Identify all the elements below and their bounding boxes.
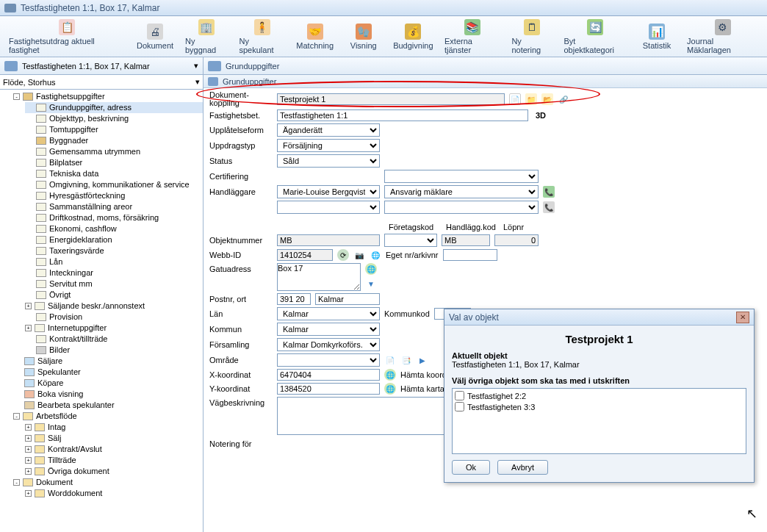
kommun-select[interactable]: Kalmar	[277, 323, 380, 336]
handlaggare-select[interactable]: Marie-Louise Bergqvist	[277, 185, 380, 198]
tree-item[interactable]: Servitut mm	[25, 278, 203, 290]
chevron-down-icon[interactable]: ▾	[195, 77, 200, 87]
page-icon[interactable]: 📄	[384, 354, 396, 366]
toolbar-statistik[interactable]: 📊Statistik	[633, 22, 681, 51]
toolbar-fastighetsutdrag-aktuell-fastighet[interactable]: 📋Fastighetsutdrag aktuell fastighet	[3, 18, 131, 56]
globe-icon[interactable]: 🌐	[384, 383, 396, 395]
tree-item[interactable]: Taxeringsvärde	[25, 245, 203, 256]
tree-item[interactable]: Bilplatser	[25, 157, 203, 168]
ort-input[interactable]	[315, 293, 380, 305]
ykoord-input[interactable]	[277, 383, 380, 395]
globe-icon[interactable]: 🌐	[370, 249, 381, 261]
ansvarig-select[interactable]: Ansvarig mäklare	[384, 185, 539, 198]
tree-item[interactable]: Driftkostnad, moms, försäkring	[25, 212, 203, 223]
expand-icon[interactable]: -	[13, 413, 20, 420]
tree-item[interactable]: +Kontrakt/Avslut	[25, 444, 203, 455]
expand-icon[interactable]: -	[13, 93, 20, 100]
checkbox[interactable]	[455, 391, 464, 400]
tree-item[interactable]: -Arbetsflöde	[13, 411, 203, 422]
expand-icon[interactable]: +	[25, 435, 32, 442]
hamta-karta-link[interactable]: Hämta karta	[400, 384, 444, 393]
expand-icon[interactable]: +	[25, 468, 32, 475]
xkoord-input[interactable]	[277, 369, 380, 381]
checklist-item[interactable]: Testfastighet 2:2	[455, 391, 743, 400]
page-icon[interactable]: 📄	[509, 93, 521, 105]
tree-item[interactable]: Grunduppgifter, adress	[25, 102, 203, 113]
tree-item[interactable]: +Intag	[25, 422, 203, 433]
tree-item[interactable]: Ekonomi, cashflow	[25, 223, 203, 234]
tree-item[interactable]: Bilder	[25, 345, 203, 356]
tree-item[interactable]: Tomtuppgifter	[25, 124, 203, 135]
expand-icon[interactable]: -	[13, 479, 20, 486]
tree-item[interactable]: +Säljande beskr./annonstext	[25, 301, 203, 312]
toolbar-externa-tj-nster[interactable]: 📚Externa tjänster	[439, 18, 505, 56]
expand-icon[interactable]: +	[25, 325, 32, 331]
flow-combo-input[interactable]	[3, 78, 195, 87]
expand-icon[interactable]: +	[25, 303, 32, 309]
expand-icon[interactable]: +	[25, 457, 32, 464]
tree-item[interactable]: Gemensamma utrymmen	[25, 146, 203, 157]
handlaggkod-input[interactable]	[442, 234, 490, 246]
pages-icon[interactable]: 📑	[400, 354, 412, 366]
toolbar-budgivning[interactable]: 💰Budgivning	[388, 22, 439, 51]
upplatelseform-select[interactable]: Äganderätt	[277, 123, 380, 137]
fastighetsbet-input[interactable]	[277, 109, 528, 121]
tree-item[interactable]: Kontrakt/tillträde	[25, 334, 203, 345]
tree-item[interactable]: Spekulanter	[13, 367, 203, 378]
tree-item[interactable]: Byggnader	[25, 135, 203, 146]
globe-icon[interactable]: 🌐	[365, 263, 377, 275]
postnr-input[interactable]	[277, 293, 311, 305]
tree-item[interactable]: +Övriga dokument	[25, 466, 203, 477]
certifiering-select[interactable]	[384, 170, 539, 183]
gatuadress-input[interactable]: Box 17	[277, 263, 361, 291]
expand-icon[interactable]: +	[25, 424, 32, 431]
camera-icon[interactable]: 📷	[353, 249, 365, 261]
forsamling-select[interactable]: Kalmar Domkyrkoförs.	[277, 338, 380, 351]
chevron-down-icon[interactable]: ▼	[365, 278, 377, 290]
unlink-icon[interactable]: 🔗	[558, 93, 569, 105]
tree-item[interactable]: Övrigt	[25, 290, 203, 301]
ansvarig2-select[interactable]	[384, 201, 539, 214]
tree-item[interactable]: -Dokument	[13, 477, 203, 488]
flow-combo[interactable]: ▾	[0, 75, 203, 90]
toolbar-journal-m-klarlagen[interactable]: ⚙Journal Mäklarlagen	[681, 18, 764, 56]
globe-icon[interactable]: 🌐	[384, 369, 396, 381]
webbid-input[interactable]	[277, 249, 333, 261]
tree-item[interactable]: Provision	[25, 312, 203, 323]
toolbar-ny-byggnad[interactable]: 🏢Ny byggnad	[179, 18, 233, 56]
checklist-item[interactable]: Testfastigheten 3:3	[455, 402, 743, 411]
handlaggare2-select[interactable]	[277, 201, 380, 214]
lan-select[interactable]: Kalmar	[277, 307, 380, 320]
tree-item[interactable]: +Sälj	[25, 433, 203, 444]
egetnr-input[interactable]	[443, 249, 497, 261]
avbryt-button[interactable]: Avbryt	[497, 460, 548, 475]
tree-item[interactable]: Köpare	[13, 378, 203, 389]
tree-item[interactable]: Lån	[25, 256, 203, 267]
tree-item[interactable]: +Tillträde	[25, 455, 203, 466]
lopnr-input[interactable]	[494, 234, 539, 246]
tree-item[interactable]: Boka visning	[13, 389, 203, 400]
expand-icon[interactable]: +	[25, 490, 32, 497]
toolbar-ny-spekulant[interactable]: 🧍Ny spekulant	[233, 18, 290, 56]
tree-item[interactable]: Inteckningar	[25, 267, 203, 278]
foretagskod-select[interactable]	[384, 234, 437, 247]
tree-item[interactable]: Bearbeta spekulanter	[13, 400, 203, 411]
phone-icon[interactable]: 📞	[543, 201, 555, 213]
refresh-icon[interactable]: ⟳	[337, 249, 349, 261]
tree-item[interactable]: +Internetuppgifter	[25, 323, 203, 334]
chevron-down-icon[interactable]: ▾	[194, 61, 198, 71]
tree-item[interactable]: Energideklaration	[25, 234, 203, 245]
open-icon[interactable]: 📂	[541, 93, 553, 105]
toolbar-ny-notering[interactable]: 🗒Ny notering	[505, 18, 558, 56]
tree-item[interactable]: Omgivning, kommunikationer & service	[25, 179, 203, 190]
checkbox[interactable]	[455, 402, 464, 411]
navigation-tree[interactable]: -FastighetsuppgifterGrunduppgifter, adre…	[0, 90, 203, 532]
status-select[interactable]: Såld	[277, 154, 380, 168]
toolbar-visning[interactable]: 🧤Visning	[339, 22, 388, 51]
toolbar-dokument[interactable]: 🖨Dokument	[131, 22, 179, 51]
omrade-select[interactable]	[277, 353, 380, 367]
tree-item[interactable]: Hyresgästförteckning	[25, 190, 203, 201]
phone-icon[interactable]: 📞	[543, 186, 555, 198]
toolbar-byt-objektkategori[interactable]: 🔄Byt objektkategori	[558, 18, 633, 56]
tree-item[interactable]: Säljare	[13, 356, 203, 367]
